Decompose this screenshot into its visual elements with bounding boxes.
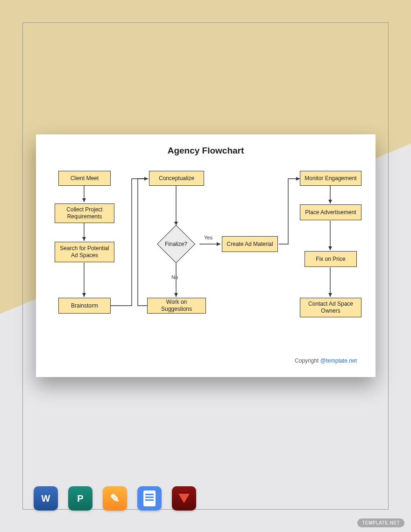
node-client-meet: Client Meet bbox=[58, 171, 111, 186]
pdf-icon[interactable] bbox=[172, 486, 196, 511]
edge-label-yes: Yes bbox=[204, 235, 213, 240]
node-fix-price: Fix on Price bbox=[305, 251, 357, 267]
google-docs-icon[interactable] bbox=[137, 486, 162, 511]
page-title: Agency Flowchart bbox=[36, 146, 376, 156]
node-contact-owners: Contact Ad Space Owners bbox=[300, 298, 361, 317]
copyright-prefix: Copyright bbox=[295, 357, 320, 364]
node-conceptualize: Conceptualize bbox=[149, 171, 204, 186]
node-monitor-engagement: Monitor Engagement bbox=[300, 171, 361, 186]
app-icon-row bbox=[34, 486, 196, 511]
edge-label-no: No bbox=[171, 274, 178, 280]
node-collect-requirements: Collect Project Requirements bbox=[55, 203, 114, 223]
node-place-advertisement: Place Advertisement bbox=[300, 204, 361, 220]
node-finalize-decision: Finalize? bbox=[153, 225, 199, 263]
node-search-ad-spaces: Search for Potential Ad Spaces bbox=[55, 242, 114, 262]
node-brainstorm: Brainstorm bbox=[58, 298, 111, 314]
node-work-suggestions: Work on Suggestions bbox=[147, 298, 206, 314]
node-create-ad-material: Create Ad Material bbox=[222, 236, 278, 252]
copyright-link[interactable]: @template.net bbox=[320, 357, 357, 364]
word-icon[interactable] bbox=[34, 486, 58, 511]
publisher-icon[interactable] bbox=[68, 486, 92, 511]
finalize-label: Finalize? bbox=[153, 225, 199, 263]
flowchart-page: Agency Flowchart Client Meet Collect Pro… bbox=[36, 134, 376, 377]
pages-icon[interactable] bbox=[103, 486, 127, 511]
copyright: Copyright @template.net bbox=[295, 357, 357, 364]
watermark-badge: TEMPLATE.NET bbox=[357, 518, 404, 527]
